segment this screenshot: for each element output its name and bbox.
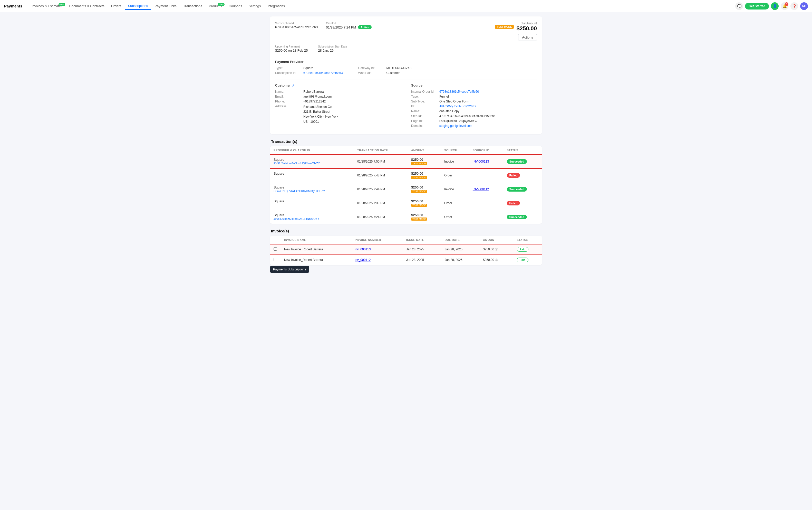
customer-phone-row: Phone: +918977212342: [275, 100, 401, 103]
get-started-button[interactable]: Get Started: [745, 3, 769, 9]
step-id-row: Step Id: 47027f34-1b23-4979-a38f-94d83f1…: [411, 114, 537, 118]
invoices-title: Invoice(s): [270, 229, 542, 233]
chat-icon[interactable]: 💬: [735, 2, 743, 10]
table-row[interactable]: Square PV9fu2WeiqmZnJkls4JQP4mV5HZY01/28…: [270, 154, 542, 168]
start-date-value: 28 Jan, 25: [318, 49, 347, 52]
table-row[interactable]: Square D3n2GzLQuVRdJkbHK0yHM0Q1sOHZY01/2…: [270, 182, 542, 196]
source-internal-id-row: Internal Order Id: 6798e18861c54cebe7cf5…: [411, 90, 537, 93]
test-mode-indicator: TEST MODE: [411, 218, 427, 221]
test-mode-indicator: TEST MODE: [411, 176, 427, 179]
nav-item-coupons[interactable]: Coupons: [225, 2, 245, 10]
who-paid-label: Who Paid:: [358, 71, 386, 75]
charge-id-empty: ·: [274, 203, 350, 207]
help-icon[interactable]: ❓: [790, 2, 798, 10]
provider-subid-value: 6798e18c61c54cb372cf5c63: [303, 71, 342, 75]
charge-id: D3n2GzLQuVRdJkbHK0yHM0Q1sOHZY: [274, 189, 350, 193]
payment-dates-row: Upcoming Payment $250.00 on 18 Feb 25 Su…: [275, 45, 537, 52]
nav-item-orders[interactable]: Orders: [108, 2, 124, 10]
col-date: TRANSACTION DATE: [354, 146, 408, 154]
table-row[interactable]: Square Jx6pkJ0HozSH5bdu28164NncyQZY01/28…: [270, 210, 542, 224]
provider-name: Square: [274, 213, 350, 217]
invoice-checkbox[interactable]: [274, 258, 277, 261]
transactions-table: PROVIDER & CHARGE ID TRANSACTION DATE AM…: [270, 146, 542, 224]
col-inv-amount: Amount: [479, 236, 513, 244]
test-mode-indicator: TEST MODE: [411, 204, 427, 207]
invoice-issue-date: Jan 28, 2025: [403, 244, 441, 255]
col-amount: AMOUNT: [408, 146, 441, 154]
payment-provider-title: Payment Provider: [275, 60, 537, 64]
provider-name: Square: [274, 158, 350, 162]
subscription-card: Subscription Id 6798e18c61c54cb372cf5c63…: [270, 17, 542, 134]
nav-item-products[interactable]: ProductsNew: [206, 2, 225, 10]
transaction-source-id: ·: [469, 168, 503, 182]
domain-row: Domain: staging.gohighlevel.com: [411, 124, 537, 128]
provider-type-value: Square: [303, 66, 313, 70]
tooltip-text: Payments Subscriptions: [270, 266, 309, 273]
nav-item-integrations[interactable]: Integrations: [264, 2, 288, 10]
transaction-source: Invoice: [441, 182, 469, 196]
transactions-header-row: PROVIDER & CHARGE ID TRANSACTION DATE AM…: [270, 146, 542, 154]
nav-item-transactions[interactable]: Transactions: [180, 2, 205, 10]
page-id-row: Page Id: rK8RqRhH9LBaupQeNxYG: [411, 119, 537, 123]
invoice-amount: $250.00 ⓘ: [479, 255, 513, 265]
invoice-status-badge: Paid: [517, 258, 529, 262]
nav-item-subscriptions[interactable]: Subscriptions: [125, 2, 151, 10]
transaction-amount: $250.00TEST MODE: [408, 168, 441, 182]
charge-id: Jx6pkJ0HozSH5bdu28164NncyQZY: [274, 217, 350, 221]
start-date-label: Subscription Start Date: [318, 45, 347, 48]
transaction-amount: $250.00TEST MODE: [408, 182, 441, 196]
nav-items: Invoices & EstimatesNewDocuments & Contr…: [29, 2, 735, 10]
invoice-number: inv_000112: [351, 255, 403, 265]
provider-right: Gateway Id: MLDFXX14J3VX3 Who Paid: Cust…: [358, 66, 411, 76]
invoice-status-badge: Paid: [517, 247, 529, 252]
test-mode-indicator: TEST MODE: [411, 162, 427, 165]
nav-item-invoices--estimates[interactable]: Invoices & EstimatesNew: [29, 2, 66, 10]
transactions-title: Transaction(s): [270, 139, 542, 144]
user-plus-icon[interactable]: 👤: [771, 2, 779, 10]
customer-name-row: Name: Robert Barrera: [275, 90, 401, 93]
provider-subid-row: Subscription Id: 6798e18c61c54cb372cf5c6…: [275, 71, 342, 75]
invoice-checkbox[interactable]: [274, 247, 277, 251]
provider-type-label: Type:: [275, 66, 303, 70]
status-badge: Active: [358, 25, 371, 29]
source-subtype-row: Sub Type: One Step Order Form: [411, 100, 537, 103]
created-label: Created: [326, 22, 371, 25]
invoice-amount: $250.00 ⓘ: [479, 244, 513, 255]
transaction-date: 01/28/2025 7:24 PM: [354, 210, 408, 224]
transaction-status: Succeeded: [503, 210, 542, 224]
transaction-status: Succeeded: [503, 154, 542, 168]
col-issue-date: Issue Date: [403, 236, 441, 244]
invoice-name: New Invoice_Robert Barrera: [280, 255, 351, 265]
transaction-amount: $250.00TEST MODE: [408, 154, 441, 168]
customer-link[interactable]: ↗: [292, 84, 294, 87]
notification-icon[interactable]: 🔔 3: [781, 2, 788, 10]
status-badge: Failed: [507, 201, 520, 205]
transaction-status: Failed: [503, 196, 542, 210]
actions-button[interactable]: Actions: [518, 34, 537, 41]
invoices-table: Invoice Name Invoice Number Issue Date D…: [270, 236, 542, 265]
table-row[interactable]: Square ·01/28/2025 7:48 PM$250.00TEST MO…: [270, 168, 542, 182]
col-source: SOURCE: [441, 146, 469, 154]
nav-item-documents--contracts[interactable]: Documents & Contracts: [66, 2, 108, 10]
table-row[interactable]: Square ·01/28/2025 7:39 PM$250.00TEST MO…: [270, 196, 542, 210]
nav-item-payment-links[interactable]: Payment Links: [152, 2, 180, 10]
upcoming-payment-field: Upcoming Payment $250.00 on 18 Feb 25: [275, 45, 308, 52]
upcoming-payment-label: Upcoming Payment: [275, 45, 308, 48]
source-title: Source: [411, 83, 537, 87]
table-row[interactable]: New Invoice_Robert Barrerainv_000112Jan …: [270, 255, 542, 265]
customer-title: Customer ↗: [275, 83, 401, 87]
invoice-due-date: Jan 28, 2025: [441, 244, 479, 255]
transaction-date: 01/28/2025 7:50 PM: [354, 154, 408, 168]
subscription-header: Subscription Id 6798e18c61c54cb372cf5c63…: [275, 22, 537, 41]
invoice-name: New Invoice_Robert Barrera: [280, 244, 351, 255]
gateway-id-value: MLDFXX14J3VX3: [386, 66, 411, 70]
invoice-due-date: Jan 28, 2025: [441, 255, 479, 265]
customer-email-row: Email: arpittt98@gmail.com: [275, 95, 401, 98]
invoice-issue-date: Jan 28, 2025: [403, 255, 441, 265]
avatar[interactable]: AG: [800, 2, 808, 10]
nav-item-settings[interactable]: Settings: [246, 2, 264, 10]
table-row[interactable]: New Invoice_Robert Barrerainv_000113Jan …: [270, 244, 542, 255]
total-amount-block: Total Amount $250.00: [516, 22, 537, 32]
total-amount-value: $250.00: [516, 25, 537, 32]
col-due-date: Due Date: [441, 236, 479, 244]
